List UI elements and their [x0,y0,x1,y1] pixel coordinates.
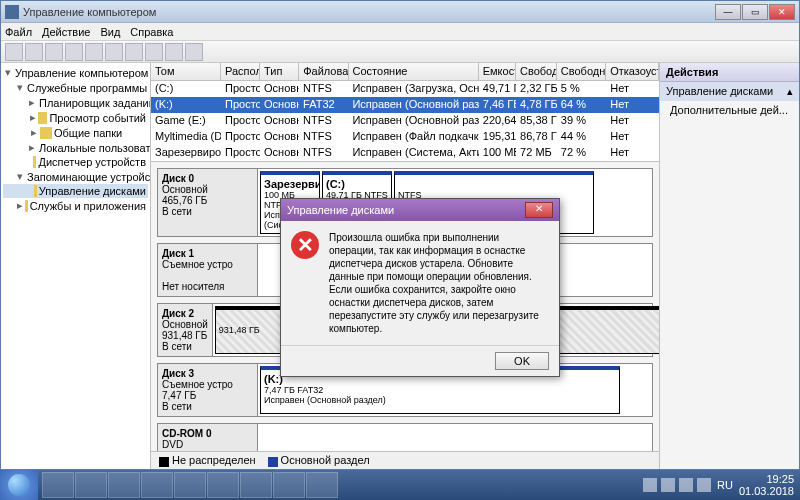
volume-row[interactable]: Зарезервировано системойПростойОсновнойN… [151,145,659,161]
refresh-button[interactable] [85,43,103,61]
start-button[interactable] [0,470,38,500]
maximize-button[interactable]: ▭ [742,4,768,20]
col-status[interactable]: Состояние [349,63,479,80]
error-dialog: Управление дисками ✕ ✕ Произошла ошибка … [280,198,560,377]
collapse-icon[interactable]: ▴ [787,85,793,98]
volume-header[interactable]: Том Расположение Тип Файловая система Со… [151,63,659,81]
col-fault[interactable]: Отказоустойчивос [606,63,659,80]
tray-icon[interactable] [679,478,693,492]
menu-item[interactable]: Действие [42,26,90,38]
minimize-button[interactable]: — [715,4,741,20]
legend-unalloc-icon [159,457,169,467]
col-volume[interactable]: Том [151,63,221,80]
dialog-message: Произошла ошибка при выполнении операции… [329,231,549,335]
tree-item[interactable]: ▾Служебные программы [3,80,148,95]
actions-subheader[interactable]: Управление дисками▴ [660,82,799,101]
col-layout[interactable]: Расположение [221,63,260,80]
taskbar-app[interactable] [141,472,173,498]
tool-button[interactable] [105,43,123,61]
back-button[interactable] [5,43,23,61]
menubar: ФайлДействиеВидСправка [1,23,799,41]
actions-header: Действия [660,63,799,82]
tool-button[interactable] [65,43,83,61]
tree-item[interactable]: ▸Просмотр событий [3,110,148,125]
col-fs[interactable]: Файловая система [299,63,348,80]
tray-icon[interactable] [661,478,675,492]
taskbar-app[interactable] [306,472,338,498]
actions-pane: Действия Управление дисками▴ Дополнитель… [659,63,799,469]
tree-item[interactable]: ▸Службы и приложения [3,198,148,213]
dialog-close-button[interactable]: ✕ [525,202,553,218]
taskbar-app[interactable] [174,472,206,498]
tree-item[interactable]: ▾Управление компьютером (л [3,65,148,80]
tool-button[interactable] [185,43,203,61]
disk-row[interactable]: CD-ROM 0DVD [157,423,653,451]
taskbar-app[interactable] [75,472,107,498]
tree-item[interactable]: ▸Общие папки [3,125,148,140]
tool-button[interactable] [125,43,143,61]
tree-item[interactable]: ▾Запоминающие устройст [3,169,148,184]
legend: Не распределен Основной раздел [151,451,659,469]
volume-list: Том Расположение Тип Файловая система Со… [151,63,659,162]
taskbar-app[interactable] [207,472,239,498]
menu-item[interactable]: Файл [5,26,32,38]
tray-lang[interactable]: RU [717,479,733,491]
legend-primary-icon [268,457,278,467]
legend-primary-label: Основной раздел [281,454,370,466]
tree-item[interactable]: ▸Планировщик заданий [3,95,148,110]
col-capacity[interactable]: Емкость [479,63,516,80]
windows-orb-icon [8,474,30,496]
volume-row[interactable]: Myltimedia (D:)ПростойОсновнойNTFSИсправ… [151,129,659,145]
menu-item[interactable]: Вид [100,26,120,38]
volume-row[interactable]: (C:)ПростойОсновнойNTFSИсправен (Загрузк… [151,81,659,97]
dialog-title: Управление дисками [287,204,394,216]
help-button[interactable] [145,43,163,61]
taskbar-app[interactable] [273,472,305,498]
taskbar[interactable]: RU 19:25 01.03.2018 [0,470,800,500]
tool-button[interactable] [45,43,63,61]
menu-item[interactable]: Справка [130,26,173,38]
titlebar[interactable]: Управление компьютером — ▭ ✕ [1,1,799,23]
nav-tree[interactable]: ▾Управление компьютером (л▾Служебные про… [1,63,151,469]
tool-button[interactable] [165,43,183,61]
error-icon: ✕ [291,231,319,259]
col-type[interactable]: Тип [260,63,299,80]
taskbar-app[interactable] [240,472,272,498]
actions-more[interactable]: Дополнительные дей... [660,101,799,119]
close-button[interactable]: ✕ [769,4,795,20]
col-pct[interactable]: Свободно % [557,63,606,80]
tray-clock[interactable]: 19:25 01.03.2018 [739,473,794,497]
tree-item[interactable]: Диспетчер устройств [3,155,148,169]
volume-row[interactable]: Game (E:)ПростойОсновнойNTFSИсправен (Ос… [151,113,659,129]
tray-icon[interactable] [697,478,711,492]
ok-button[interactable]: OK [495,352,549,370]
legend-unalloc-label: Не распределен [172,454,256,466]
volume-row[interactable]: (K:)ПростойОсновнойFAT32Исправен (Основн… [151,97,659,113]
tree-item[interactable]: ▸Локальные пользоват [3,140,148,155]
tray-icon[interactable] [643,478,657,492]
toolbar [1,41,799,63]
taskbar-app[interactable] [108,472,140,498]
tree-item[interactable]: Управление дисками [3,184,148,198]
dialog-titlebar[interactable]: Управление дисками ✕ [281,199,559,221]
taskbar-app[interactable] [42,472,74,498]
app-icon [5,5,19,19]
col-free[interactable]: Свободно [516,63,557,80]
forward-button[interactable] [25,43,43,61]
window-title: Управление компьютером [23,6,715,18]
